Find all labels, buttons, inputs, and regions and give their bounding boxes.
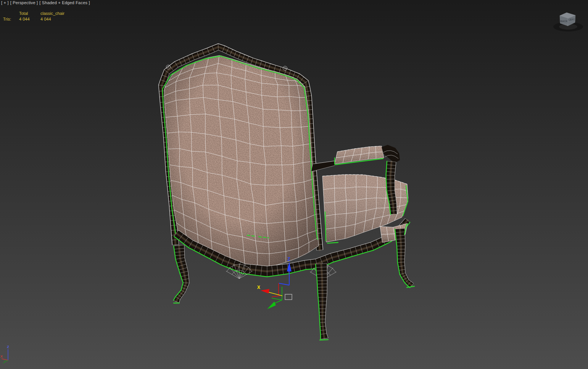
gizmo-xy-plane-handle-green[interactable]	[272, 298, 282, 300]
viewport-general-menu[interactable]: [ + ]	[1, 0, 9, 5]
viewcube[interactable]: BACK LEFT	[553, 13, 583, 32]
gizmo-z-label: Z	[287, 257, 290, 262]
viewcube-back-label[interactable]: BACK	[561, 20, 568, 22]
viewport-shading-menu[interactable]: [ Shaded + Edged Faces ]	[39, 0, 90, 5]
statistics-tris-total: 4 044	[19, 16, 40, 22]
gizmo-xy-plane-handle-red[interactable]	[272, 295, 281, 297]
statistics-tris-label: Tris:	[3, 16, 19, 22]
gizmo-x-axis[interactable]	[268, 292, 282, 296]
world-y-label: Y	[4, 359, 6, 363]
viewcube-left-label[interactable]: LEFT	[569, 18, 575, 21]
world-x-label: X	[0, 355, 3, 358]
world-z-label: Z	[7, 345, 9, 349]
viewport-label-bar: [ + ][ Perspective ][ Shaded + Edged Fac…	[1, 0, 92, 5]
statistics-tris-row: Tris: 4 044 4 044	[3, 16, 64, 22]
gizmo-x-arrowhead[interactable]	[261, 289, 269, 294]
gizmo-y-arrowhead[interactable]	[267, 302, 276, 309]
gizmo-xz-plane-handle-blue[interactable]	[279, 283, 289, 285]
poly-count-statistics: Total classic_chair Tris: 4 044 4 044	[3, 11, 64, 22]
statistics-col-object: classic_chair	[40, 11, 64, 16]
statistics-header-row: Total classic_chair	[3, 11, 64, 16]
statistics-tris-object: 4 044	[40, 16, 51, 22]
chair-model-classic-chair[interactable]	[155, 44, 414, 340]
gizmo-center-box[interactable]	[285, 294, 292, 300]
gizmo-x-label: X	[257, 285, 260, 290]
statistics-col-total: Total	[19, 11, 40, 16]
world-axis-tripod: Z X Y	[0, 345, 9, 363]
viewport-pov-menu[interactable]: [ Perspective ]	[10, 0, 38, 5]
